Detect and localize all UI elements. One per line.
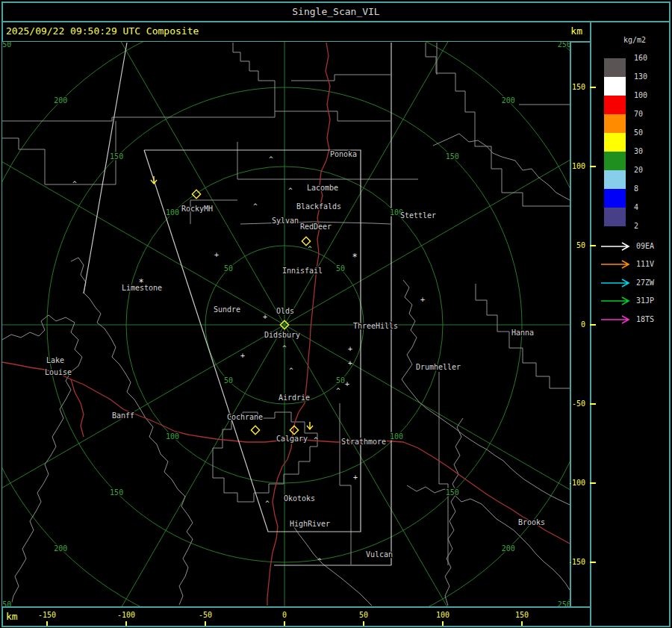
range-ring-label: 50 — [336, 264, 345, 273]
range-ring-label: 150 — [446, 152, 459, 161]
vil-scale-value: 8 — [634, 184, 659, 193]
town-caret-marker: ^ — [317, 557, 322, 565]
range-ring-label: 150 — [110, 152, 123, 161]
vil-scale-value: 2 — [634, 222, 659, 230]
y-axis-tick — [590, 403, 596, 405]
range-ring-label: 150 — [446, 488, 459, 497]
city-label-calgary: Calgary — [276, 435, 308, 443]
town-asterisk-marker: * — [352, 252, 357, 262]
arrow-glyph — [600, 278, 632, 288]
county-boundary — [407, 485, 570, 590]
border-bottom — [1, 626, 671, 627]
county-boundary — [291, 523, 372, 606]
city-label-louise: Louise — [45, 368, 72, 376]
x-axis-tick — [363, 621, 364, 626]
x-axis-label: -100 — [110, 611, 143, 619]
city-label-lacombe: Lacombe — [307, 184, 338, 192]
vil-scale-block — [604, 77, 626, 96]
range-ring-label: 50 — [336, 376, 345, 385]
y-axis-tick — [590, 482, 596, 484]
arrow-shape — [601, 243, 629, 250]
city-label-brooks: Brooks — [518, 518, 545, 526]
city-label-cochrane: Cochrane — [227, 413, 263, 421]
range-ring-label: 250 — [2, 600, 11, 606]
county-boundary — [426, 43, 570, 206]
track-arrow-icon — [600, 259, 632, 270]
county-boundary — [2, 121, 116, 184]
track-arrow-icon — [600, 296, 632, 306]
vil-scale-block — [604, 133, 626, 152]
town-plus-marker: + — [348, 345, 352, 353]
city-label-olds: Olds — [276, 307, 294, 315]
x-axis-label: -50 — [189, 611, 222, 619]
x-axis-label: -150 — [31, 611, 63, 619]
vil-scale-value: 30 — [634, 147, 659, 155]
border-titlebar-bottom — [1, 21, 671, 22]
vil-scale-value: 100 — [634, 91, 659, 99]
storm-motion-arrow-icon — [307, 422, 313, 429]
town-plus-marker: + — [353, 473, 358, 482]
town-caret-marker: ^ — [265, 500, 270, 507]
page-title: Single_Scan_VIL — [1, 6, 671, 17]
y-axis-tick — [590, 324, 596, 326]
border-map-bottom — [1, 606, 590, 608]
vil-scale-block — [604, 96, 626, 114]
vil-scale-value: 20 — [634, 166, 659, 174]
track-id-label: 27ZW — [636, 279, 666, 287]
storm-motion-arrow-icon — [151, 176, 157, 184]
range-ring-label: 200 — [502, 96, 515, 105]
arrow-glyph — [600, 314, 632, 325]
arrow-shape — [601, 279, 629, 287]
county-boundary — [439, 372, 448, 565]
town-caret-marker: ^ — [289, 367, 293, 374]
border-top — [1, 1, 671, 3]
range-ring-label: 50 — [224, 264, 233, 273]
radar-site-diamond-marker — [302, 237, 310, 245]
town-caret-marker: ^ — [269, 155, 273, 163]
city-label-airdrie: Airdrie — [279, 394, 310, 402]
city-label-highriver: HighRiver — [290, 520, 330, 528]
x-axis-tick — [125, 621, 127, 626]
range-ring-label: 100 — [166, 432, 179, 441]
city-label-didsbury: Didsbury — [264, 331, 300, 339]
track-arrow-icon — [600, 241, 632, 252]
x-axis-tick — [284, 621, 285, 626]
town-caret-marker: ^ — [314, 436, 318, 444]
vil-scale-block — [604, 170, 626, 189]
city-label-vulcan: Vulcan — [366, 550, 393, 559]
city-label-sundre: Sundre — [214, 305, 240, 314]
radar-site-diamond-marker — [251, 426, 259, 434]
radar-map-canvas[interactable]: 5050505010010010010015015015015020020020… — [2, 42, 570, 606]
county-boundary — [2, 111, 391, 121]
county-boundary — [233, 43, 275, 111]
city-label-lake: Lake — [46, 356, 64, 364]
x-axis-label: 50 — [347, 611, 380, 619]
highway-road — [71, 379, 84, 437]
radar-app-window: Single_Scan_VIL 2025/09/22 09:50:29 UTC … — [0, 0, 672, 628]
vil-scale-value: 160 — [634, 54, 659, 62]
town-caret-marker: ^ — [282, 344, 287, 352]
vil-scale-value: 50 — [634, 128, 659, 137]
arrow-glyph — [600, 241, 632, 252]
town-plus-marker: + — [420, 296, 425, 304]
range-ring-label: 150 — [110, 488, 123, 497]
border-legend-separator — [590, 21, 591, 626]
vil-scale-block — [604, 152, 626, 170]
y-axis-tick — [590, 562, 596, 563]
x-axis-label: 100 — [426, 611, 459, 619]
x-axis-tick — [46, 621, 48, 626]
x-axis-tick — [521, 621, 523, 626]
range-ring-label: 250 — [558, 42, 570, 49]
y-axis-tick — [590, 166, 596, 167]
track-arrow-icon — [600, 314, 632, 325]
range-ring-label: 50 — [224, 376, 233, 385]
arrow-glyph — [600, 296, 632, 306]
town-plus-marker: + — [214, 251, 219, 259]
vil-scale-value: 130 — [634, 72, 659, 81]
y-axis-tick — [590, 87, 596, 88]
range-ring-label: 200 — [54, 544, 67, 553]
track-id-label: 31JP — [636, 296, 666, 305]
x-axis-label: 0 — [268, 611, 301, 619]
arrow-shape — [601, 261, 629, 268]
range-ring-label: 200 — [54, 96, 67, 105]
